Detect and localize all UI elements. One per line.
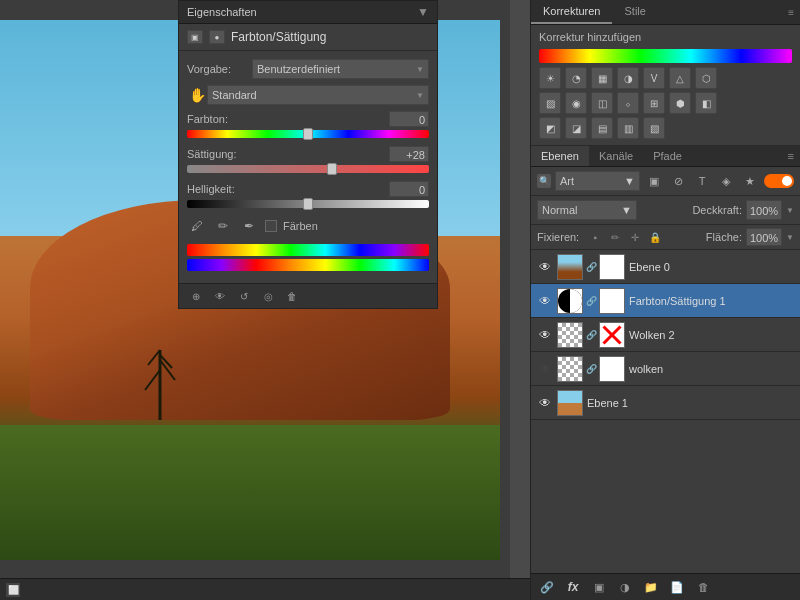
preset-row: Vorgabe: Benutzerdefiniert ▼ [187, 59, 429, 79]
properties-close-button[interactable]: ▼ [417, 5, 429, 19]
korr-icon-gradient2[interactable]: ◧ [695, 92, 717, 114]
blend-mode-dropdown[interactable]: Normal ▼ [537, 200, 637, 220]
layer-thumb-wolken [557, 356, 583, 382]
saturation-label: Sättigung: [187, 148, 237, 160]
korr-icon-hdr[interactable]: ▤ [591, 117, 613, 139]
panel-visibility-icon[interactable]: ◎ [259, 288, 277, 304]
plus-eyedropper-icon[interactable]: ✏ [213, 216, 233, 236]
layer-mask-wolken [599, 356, 625, 382]
filter-icon-btn3[interactable]: T [692, 171, 712, 191]
lock-row: Fixieren: ▪ ✏ ✛ 🔒 Fläche: 100% ▼ [531, 225, 800, 250]
layer-item-ebene0[interactable]: 👁 🔗 Ebene 0 [531, 250, 800, 284]
hue-slider-track[interactable] [187, 130, 429, 138]
filter-icon-btn2[interactable]: ⊘ [668, 171, 688, 191]
new-adjustment-icon[interactable]: ◑ [615, 578, 635, 596]
lock-icon-all[interactable]: 🔒 [647, 229, 663, 245]
korr-icon-invert[interactable]: ⬦ [617, 92, 639, 114]
korr-icon-levels[interactable]: ▦ [591, 67, 613, 89]
delete-layer-icon[interactable]: 🗑 [693, 578, 713, 596]
korr-icon-brightness[interactable]: ☀ [539, 67, 561, 89]
korr-icon-vibrance[interactable]: V [643, 67, 665, 89]
layer-item-farbton[interactable]: 👁 🔗 Farbton/Sättigung 1 [531, 284, 800, 318]
hue-sat-icon-left[interactable]: ▣ [187, 30, 203, 44]
hue-value[interactable]: 0 [389, 111, 429, 127]
eyedropper-icon[interactable]: 🖊 [187, 216, 207, 236]
panel-clip-icon[interactable]: ⊕ [187, 288, 205, 304]
hue-sat-icon-circle[interactable]: ● [209, 30, 225, 44]
layer-mask-farbton [599, 288, 625, 314]
right-panel: Korrekturen Stile ≡ Korrektur hinzufügen… [530, 0, 800, 600]
layer-eye-wolken2[interactable]: 👁 [537, 327, 553, 343]
lock-icon-checkerboard[interactable]: ▪ [587, 229, 603, 245]
panel-bottom-toolbar: ⊕ 👁 ↺ ◎ 🗑 [179, 283, 437, 308]
korr-icon-photo[interactable]: ◉ [565, 92, 587, 114]
saturation-slider-track[interactable] [187, 165, 429, 173]
saturation-value[interactable]: +28 [389, 146, 429, 162]
layer-item-wolken2[interactable]: 👁 🔗 Wolken 2 [531, 318, 800, 352]
korr-icon-selective[interactable]: ◩ [539, 117, 561, 139]
ebenen-panel-menu[interactable]: ≡ [782, 146, 800, 166]
hand-icon[interactable]: ✋ [187, 85, 207, 105]
filter-toggle-dot [782, 176, 792, 186]
filter-toggle[interactable] [764, 174, 794, 188]
korr-icon-blackwhite[interactable]: ▨ [539, 92, 561, 114]
new-layer-icon[interactable]: 📄 [667, 578, 687, 596]
new-group-icon[interactable]: 📁 [641, 578, 661, 596]
layer-item-ebene1[interactable]: 👁 Ebene 1 [531, 386, 800, 420]
layer-eye-wolken[interactable]: 👁 [537, 361, 553, 377]
korr-icon-colorbal[interactable]: ⬡ [695, 67, 717, 89]
lock-icon-brush[interactable]: ✏ [607, 229, 623, 245]
korr-icon-exposure[interactable]: ◑ [617, 67, 639, 89]
opacity-row: Deckkraft: 100% ▼ [692, 200, 794, 220]
layer-filter-dropdown[interactable]: Art ▼ [555, 171, 640, 191]
filter-icon-btn5[interactable]: ★ [740, 171, 760, 191]
filter-icon-btn4[interactable]: ◈ [716, 171, 736, 191]
korr-icon-shadow[interactable]: ◪ [565, 117, 587, 139]
korr-icon-posterize[interactable]: ⊞ [643, 92, 665, 114]
korrekturen-panel-menu[interactable]: ≡ [782, 3, 800, 22]
layer-eye-ebene1[interactable]: 👁 [537, 395, 553, 411]
tab-kanaele[interactable]: Kanäle [589, 146, 643, 166]
opacity-arrow[interactable]: ▼ [786, 206, 794, 215]
add-mask-icon[interactable]: ▣ [589, 578, 609, 596]
korr-icon-threshold[interactable]: ⬢ [669, 92, 691, 114]
color-bar-bottom [187, 259, 429, 271]
korr-icon-curves[interactable]: ◔ [565, 67, 587, 89]
filter-icon-btn1[interactable]: ▣ [644, 171, 664, 191]
korr-icon-extra1[interactable]: ▥ [617, 117, 639, 139]
layer-item-wolken[interactable]: 👁 🔗 wolken [531, 352, 800, 386]
bottom-status-icon[interactable]: ⬜ [6, 583, 20, 597]
lock-icon-move[interactable]: ✛ [627, 229, 643, 245]
lightness-slider-track[interactable] [187, 200, 429, 208]
color-bars [187, 244, 429, 271]
lightness-value[interactable]: 0 [389, 181, 429, 197]
opacity-value[interactable]: 100% [746, 200, 782, 220]
lightness-slider-thumb[interactable] [303, 198, 313, 210]
layer-thumb-farbton [557, 288, 583, 314]
fx-button[interactable]: fx [563, 578, 583, 596]
tab-ebenen[interactable]: Ebenen [531, 146, 589, 166]
colorize-checkbox[interactable] [265, 220, 277, 232]
korr-icon-channel[interactable]: ◫ [591, 92, 613, 114]
minus-eyedropper-icon[interactable]: ✒ [239, 216, 259, 236]
layer-eye-farbton[interactable]: 👁 [537, 293, 553, 309]
panel-delete-icon[interactable]: 🗑 [283, 288, 301, 304]
korr-icon-huesat[interactable]: △ [669, 67, 691, 89]
link-icon[interactable]: 🔗 [537, 578, 557, 596]
tab-stile[interactable]: Stile [612, 0, 657, 24]
layer-eye-ebene0[interactable]: 👁 [537, 259, 553, 275]
panel-eye-icon[interactable]: 👁 [211, 288, 229, 304]
saturation-slider-thumb[interactable] [327, 163, 337, 175]
hue-slider-thumb[interactable] [303, 128, 313, 140]
panel-refresh-icon[interactable]: ↺ [235, 288, 253, 304]
layer-list: 👁 🔗 Ebene 0 👁 🔗 Farbton/Sättigung 1 [531, 250, 800, 573]
flaeche-value[interactable]: 100% [746, 228, 782, 246]
tab-pfade[interactable]: Pfade [643, 146, 692, 166]
korr-icon-extra2[interactable]: ▧ [643, 117, 665, 139]
flaeche-arrow[interactable]: ▼ [786, 233, 794, 242]
preset-dropdown[interactable]: Benutzerdefiniert ▼ [252, 59, 429, 79]
channel-dropdown[interactable]: Standard ▼ [207, 85, 429, 105]
hue-sat-title: Farbton/Sättigung [231, 30, 326, 44]
tab-korrekturen[interactable]: Korrekturen [531, 0, 612, 24]
lightness-label: Helligkeit: [187, 183, 235, 195]
